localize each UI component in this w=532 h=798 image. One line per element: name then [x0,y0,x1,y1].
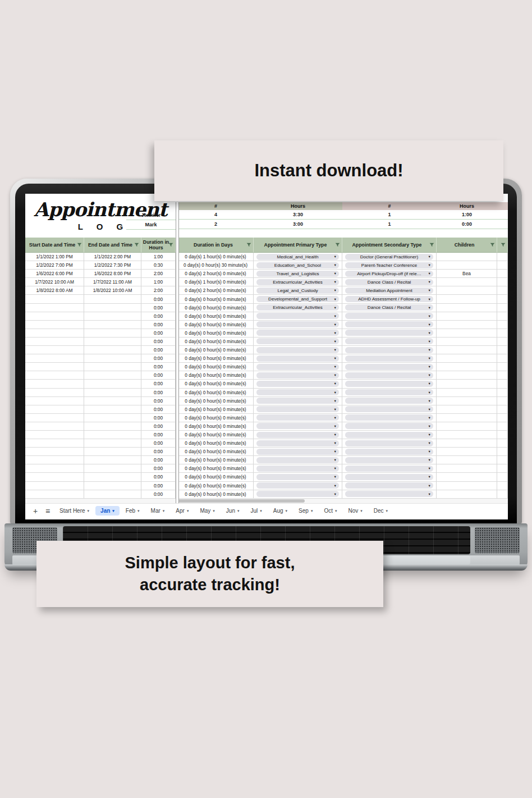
end-date-cell[interactable] [84,312,141,321]
secondary-type-dropdown[interactable]: Parent-Teacher Conference▼ [345,262,433,268]
end-date-cell[interactable] [84,329,141,338]
start-date-cell[interactable] [25,448,84,456]
secondary-type-dropdown[interactable]: ▼ [345,313,433,319]
start-date-cell[interactable] [25,338,84,346]
start-date-cell[interactable] [25,422,84,431]
filter-icon[interactable] [77,243,82,248]
start-date-cell[interactable] [25,405,84,414]
start-date-cell[interactable]: 1/7/2022 10:00 AM [25,278,84,286]
primary-type-dropdown[interactable]: ▼ [256,347,339,353]
horizontal-scrollbar[interactable] [25,499,508,503]
children-cell[interactable] [437,304,497,312]
primary-type-dropdown[interactable]: ▼ [256,414,339,421]
children-cell[interactable] [437,278,497,286]
start-date-cell[interactable] [25,482,84,490]
children-cell[interactable] [437,482,497,490]
primary-type-dropdown[interactable]: ▼ [256,355,339,362]
start-date-cell[interactable] [25,414,84,422]
primary-type-dropdown[interactable]: Legal_and_Custody▼ [256,288,339,294]
end-date-cell[interactable] [84,431,141,439]
primary-type-dropdown[interactable]: ▼ [256,364,339,370]
children-cell[interactable] [437,295,497,303]
children-cell[interactable] [437,431,497,439]
end-date-cell[interactable] [84,473,141,481]
sheet-tab-jun[interactable]: Jun▾ [221,506,245,516]
start-date-cell[interactable] [25,456,84,464]
secondary-type-dropdown[interactable]: Doctor (General Practitioner)▼ [345,254,433,260]
primary-type-dropdown[interactable]: ▼ [256,406,339,412]
end-date-cell[interactable] [84,397,141,405]
start-date-cell[interactable]: 1/6/2022 6:00 PM [25,270,84,278]
sheet-tab-feb[interactable]: Feb▾ [121,506,145,516]
start-date-cell[interactable] [25,389,84,397]
sheet-tab-sep[interactable]: Sep▾ [293,506,318,516]
end-date-cell[interactable] [84,414,141,422]
children-cell[interactable] [437,414,497,422]
end-date-cell[interactable] [84,422,141,431]
start-date-cell[interactable] [25,490,84,499]
secondary-type-dropdown[interactable]: ▼ [345,347,433,353]
children-cell[interactable] [437,473,497,481]
secondary-type-dropdown[interactable]: Airport Pickup/Drop-off (if rele…▼ [345,271,433,277]
children-cell[interactable] [437,456,497,464]
primary-type-dropdown[interactable]: ▼ [256,372,339,379]
secondary-type-dropdown[interactable]: ▼ [345,364,433,370]
end-date-cell[interactable] [84,439,141,448]
end-date-cell[interactable] [84,304,141,312]
children-cell[interactable] [437,464,497,473]
all-sheets-menu-button[interactable]: ≡ [42,507,53,516]
end-date-cell[interactable] [84,346,141,354]
end-date-cell[interactable] [84,380,141,388]
primary-type-dropdown[interactable]: Extracurricular_Activities▼ [256,304,339,311]
primary-type-dropdown[interactable]: ▼ [256,482,339,489]
secondary-type-dropdown[interactable]: ▼ [345,491,433,497]
children-cell[interactable] [437,363,497,371]
secondary-type-dropdown[interactable]: ▼ [345,355,433,362]
start-date-cell[interactable] [25,380,84,388]
sheet-tab-mar[interactable]: Mar▾ [146,506,170,516]
sheet-tab-jan[interactable]: Jan▾ [95,506,120,516]
start-date-cell[interactable] [25,295,84,303]
primary-type-dropdown[interactable]: ▼ [256,330,339,336]
sheet-tab-may[interactable]: May▾ [195,506,219,516]
start-date-cell[interactable]: 1/1/2022 1:00 PM [25,253,84,261]
add-sheet-button[interactable]: + [30,507,41,516]
filter-icon[interactable] [429,243,434,248]
secondary-type-dropdown[interactable]: ▼ [345,398,433,404]
secondary-type-dropdown[interactable]: Mediation Appointment▼ [345,288,433,294]
primary-type-dropdown[interactable]: Education_and_School▼ [256,262,339,268]
children-cell[interactable] [437,389,497,397]
children-cell[interactable] [437,261,497,270]
secondary-type-dropdown[interactable]: ▼ [345,457,433,463]
primary-type-dropdown[interactable]: ▼ [256,423,339,429]
primary-type-dropdown[interactable]: ▼ [256,321,339,327]
primary-type-dropdown[interactable]: ▼ [256,338,339,344]
children-cell[interactable] [437,253,497,261]
children-cell[interactable] [437,422,497,431]
primary-type-dropdown[interactable]: ▼ [256,432,339,438]
end-date-cell[interactable] [84,338,141,346]
start-date-cell[interactable]: 1/2/2022 7:00 PM [25,261,84,270]
end-date-cell[interactable] [84,405,141,414]
primary-type-dropdown[interactable]: ▼ [256,457,339,463]
primary-type-dropdown[interactable]: ▼ [256,313,339,319]
children-cell[interactable] [437,448,497,456]
start-date-cell[interactable] [25,329,84,338]
secondary-type-dropdown[interactable]: Dance Class / Recital▼ [345,304,433,311]
secondary-type-dropdown[interactable]: ADHD Assessment / Follow-up▼ [345,296,433,302]
start-date-cell[interactable] [25,464,84,473]
secondary-type-dropdown[interactable]: ▼ [345,406,433,412]
end-date-cell[interactable] [84,448,141,456]
secondary-type-dropdown[interactable]: ▼ [345,449,433,455]
secondary-type-dropdown[interactable]: ▼ [345,389,433,395]
children-cell[interactable] [437,329,497,338]
secondary-type-dropdown[interactable]: ▼ [345,432,433,438]
end-date-cell[interactable]: 1/6/2022 8:00 PM [84,270,141,278]
secondary-type-dropdown[interactable]: ▼ [345,414,433,421]
children-cell[interactable] [437,338,497,346]
end-date-cell[interactable]: 1/7/2022 11:00 AM [84,278,141,286]
filter-icon[interactable] [134,243,139,248]
sheet-tab-jul[interactable]: Jul▾ [245,506,267,516]
sheet-tab-dec[interactable]: Dec▾ [369,506,393,516]
start-date-cell[interactable] [25,354,84,363]
